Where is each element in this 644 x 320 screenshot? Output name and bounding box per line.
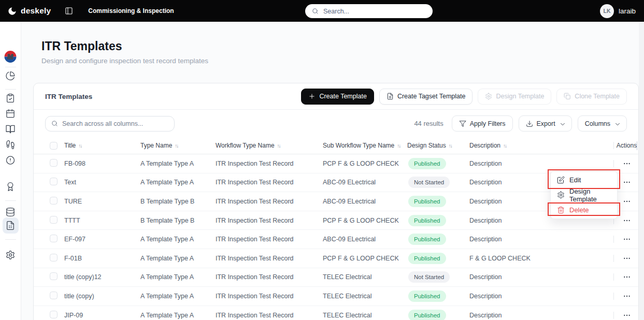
alert-circle-icon[interactable]	[6, 155, 16, 165]
cell-title: JIP-09	[64, 312, 140, 319]
cell-type-name: A Template Type A	[140, 293, 216, 300]
row-actions-button[interactable]	[621, 252, 633, 265]
cell-type-name: A Template Type A	[140, 255, 216, 262]
pie-chart-icon[interactable]	[6, 71, 16, 81]
column-header[interactable]: Design Status↑↓	[407, 142, 469, 149]
footprints-icon[interactable]	[6, 140, 16, 150]
clipboard-check-icon[interactable]	[6, 93, 16, 103]
download-icon	[526, 120, 533, 127]
calendar-icon[interactable]	[6, 109, 16, 119]
avatar[interactable]: LK	[600, 4, 614, 18]
row-checkbox[interactable]	[50, 311, 58, 318]
global-search-input[interactable]	[323, 8, 426, 15]
create-template-button[interactable]: Create Template	[301, 89, 374, 105]
cell-type-name: A Template Type A	[140, 179, 216, 186]
cell-sub-workflow-type-name: ABC-09 ELectrical	[323, 236, 407, 243]
column-header[interactable]: Type Name↑↓	[140, 142, 216, 149]
settings-icon[interactable]	[6, 250, 16, 260]
itr-templates-panel: ITR Templates Create Template Create Tag…	[33, 83, 639, 320]
column-header[interactable]: Description↑↓	[469, 142, 576, 149]
cell-workflow-type-name: ITR Inspection Test Record	[216, 160, 323, 167]
row-checkbox[interactable]	[50, 159, 58, 167]
page-title: ITR Templates	[41, 39, 122, 53]
cell-description: Description	[469, 160, 576, 167]
sort-icon[interactable]: ↑↓	[277, 143, 280, 149]
award-icon[interactable]	[6, 182, 16, 192]
row-actions-button[interactable]	[621, 214, 633, 227]
cell-workflow-type-name: ITR Inspection Test Record	[216, 217, 323, 224]
global-search[interactable]	[305, 4, 433, 18]
row-checkbox[interactable]	[50, 235, 58, 242]
column-header[interactable]: Title↑↓	[64, 142, 140, 149]
module-title: Commissioning & Inspection	[88, 7, 174, 14]
panel-left-icon	[65, 7, 73, 15]
sidebar-divider	[5, 89, 16, 90]
book-open-icon[interactable]	[6, 124, 16, 134]
row-checkbox[interactable]	[50, 272, 58, 280]
cell-workflow-type-name: ITR Inspection Test Record	[216, 198, 323, 205]
row-checkbox[interactable]	[50, 178, 58, 185]
apply-filters-button[interactable]: Apply Filters	[452, 115, 513, 132]
sort-icon[interactable]: ↑↓	[397, 143, 400, 149]
row-checkbox[interactable]	[50, 197, 58, 205]
design-template-button[interactable]: Design Template	[478, 89, 551, 105]
row-checkbox[interactable]	[50, 216, 58, 224]
cell-sub-workflow-type-name: PCP F & G LOOP CHECK	[323, 255, 407, 262]
cell-sub-workflow-type-name: ABC-09 ELectrical	[323, 179, 407, 186]
row-actions-button[interactable]	[621, 195, 633, 208]
cell-title: TTTT	[64, 217, 140, 224]
cell-sub-workflow-type-name: ABC-09 ELectrical	[323, 198, 407, 205]
table-search[interactable]	[45, 116, 175, 132]
sort-icon[interactable]: ↑↓	[503, 143, 506, 149]
panel-title: ITR Templates	[45, 93, 92, 100]
file-document-icon[interactable]	[6, 221, 16, 230]
sidebar-divider	[5, 239, 16, 240]
user-menu[interactable]: LK laraib	[600, 4, 644, 18]
design-status-badge: Published	[408, 253, 446, 264]
row-actions-button[interactable]	[621, 309, 633, 320]
user-name: laraib	[619, 7, 636, 15]
cell-title: title (copy)	[64, 293, 140, 300]
menu-item-design-template[interactable]: Design Template	[551, 187, 617, 202]
sidebar-toggle-button[interactable]	[65, 7, 73, 15]
design-status-badge: Published	[408, 310, 446, 320]
database-icon[interactable]	[6, 207, 16, 217]
table-row: FB-098A Template Type AITR Inspection Te…	[34, 154, 638, 173]
funnel-icon	[459, 120, 466, 127]
table-row: TextA Template Type AITR Inspection Test…	[34, 173, 638, 193]
cell-type-name: A Template Type A	[140, 273, 216, 281]
brand-logo[interactable]: deskely	[0, 6, 51, 16]
row-checkbox[interactable]	[50, 292, 58, 299]
column-header[interactable]: Workflow Type Name↑↓	[216, 142, 323, 149]
row-actions-button[interactable]	[621, 290, 633, 302]
select-all-checkbox[interactable]	[50, 142, 58, 150]
sort-icon[interactable]: ↑↓	[78, 143, 81, 149]
clone-template-button[interactable]: Clone Template	[556, 89, 627, 105]
table-body: FB-098A Template Type AITR Inspection Te…	[34, 154, 638, 320]
row-actions-button[interactable]	[621, 271, 633, 283]
menu-item-edit[interactable]: Edit	[551, 172, 617, 187]
row-checkbox[interactable]	[50, 254, 58, 261]
export-button[interactable]: Export	[519, 115, 572, 132]
columns-button[interactable]: Columns	[578, 115, 627, 132]
design-status-badge: Published	[408, 215, 446, 226]
m-logo-icon[interactable]: M	[4, 50, 17, 63]
sort-icon[interactable]: ↑↓	[449, 143, 452, 149]
menu-item-delete[interactable]: Delete	[551, 202, 617, 217]
sort-icon[interactable]: ↑↓	[175, 143, 178, 149]
row-actions-button[interactable]	[621, 176, 633, 188]
cell-workflow-type-name: ITR Inspection Test Record	[216, 236, 323, 243]
table-row: title (copy)12A Template Type AITR Inspe…	[34, 268, 638, 287]
cell-type-name: A Template Type A	[140, 312, 216, 319]
page-subtitle: Design and configure inspection test rec…	[41, 57, 208, 65]
row-actions-button[interactable]	[621, 233, 633, 245]
create-tagset-template-button[interactable]: Create Tagset Template	[379, 89, 473, 105]
scrollbar-track[interactable]	[639, 22, 644, 320]
cell-type-name: A Template Type A	[140, 160, 216, 167]
table-search-input[interactable]	[62, 120, 168, 127]
row-actions-button[interactable]	[621, 157, 633, 170]
table-row: title (copy)A Template Type AITR Inspect…	[34, 287, 638, 306]
table-header-row: Title↑↓Type Name↑↓Workflow Type Name↑↓Su…	[34, 137, 638, 154]
column-header[interactable]: Sub Workflow Type Name↑↓	[323, 142, 407, 149]
row-actions-menu: EditDesign TemplateDelete	[550, 171, 618, 219]
